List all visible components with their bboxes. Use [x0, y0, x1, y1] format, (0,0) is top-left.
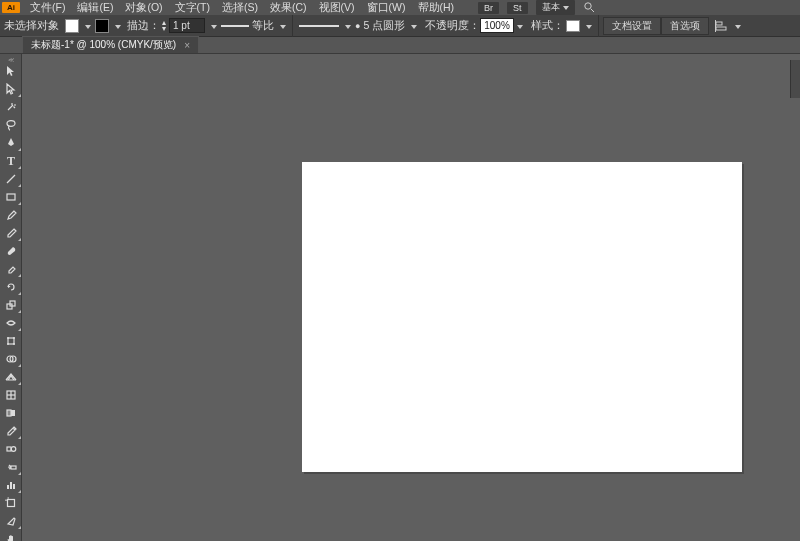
svg-rect-23 — [7, 447, 11, 451]
svg-rect-2 — [716, 22, 722, 25]
svg-point-6 — [10, 142, 12, 144]
lasso-tool[interactable] — [0, 116, 22, 134]
svg-point-15 — [13, 343, 15, 345]
align-dropdown[interactable] — [713, 20, 743, 32]
menu-bar: Ai 文件(F) 编辑(E) 对象(O) 文字(T) 选择(S) 效果(C) 视… — [0, 0, 800, 15]
bridge-button[interactable]: Br — [478, 2, 499, 14]
menu-effect[interactable]: 效果(C) — [264, 0, 313, 15]
perspective-grid-tool[interactable] — [0, 368, 22, 386]
pencil-tool[interactable] — [0, 224, 22, 242]
free-transform-tool[interactable] — [0, 332, 22, 350]
stroke-weight-label: 描边： — [127, 19, 160, 33]
graphic-style-dropdown[interactable] — [564, 20, 594, 32]
magic-wand-tool[interactable] — [0, 98, 22, 116]
graphic-style-swatch-icon — [566, 20, 580, 32]
svg-rect-27 — [10, 482, 12, 489]
svg-point-14 — [7, 343, 9, 345]
selection-tool[interactable] — [0, 62, 22, 80]
opacity-label: 不透明度： — [425, 19, 480, 33]
stroke-weight-input[interactable] — [169, 18, 205, 33]
menu-right-group: Br St 基本 — [478, 0, 595, 15]
brush-preview-dropdown[interactable] — [297, 20, 353, 32]
canvas-area[interactable] — [22, 54, 800, 541]
slice-tool[interactable] — [0, 512, 22, 530]
tools-panel: ≪ T ⇄ — [0, 54, 22, 541]
direct-selection-tool[interactable] — [0, 80, 22, 98]
svg-line-1 — [591, 9, 594, 12]
column-graph-tool[interactable] — [0, 476, 22, 494]
svg-rect-25 — [11, 466, 16, 469]
menu-select[interactable]: 选择(S) — [216, 0, 264, 15]
stroke-profile-dropdown[interactable]: 等比 — [219, 19, 288, 33]
svg-rect-28 — [13, 484, 15, 489]
svg-point-12 — [7, 337, 9, 339]
preferences-button[interactable]: 首选项 — [661, 17, 709, 35]
svg-line-7 — [7, 175, 15, 183]
svg-rect-11 — [8, 338, 14, 344]
blob-brush-tool[interactable] — [0, 242, 22, 260]
brush-stroke-preview-icon — [299, 25, 339, 27]
stroke-profile-preview-icon — [221, 25, 249, 27]
search-icon[interactable] — [583, 1, 595, 15]
scale-tool[interactable] — [0, 296, 22, 314]
hand-tool[interactable] — [0, 530, 22, 541]
app-logo-icon: Ai — [2, 2, 20, 13]
graphic-style-label: 样式： — [531, 19, 564, 33]
document-tab[interactable]: 未标题-1* @ 100% (CMYK/预览) × — [22, 36, 199, 53]
eyedropper-tool[interactable] — [0, 422, 22, 440]
document-tab-bar: 未标题-1* @ 100% (CMYK/预览) × — [0, 37, 800, 54]
gradient-tool[interactable] — [0, 404, 22, 422]
document-tab-title: 未标题-1* @ 100% (CMYK/预览) — [31, 38, 176, 52]
control-bar: 未选择对象 描边： ▴▾ 等比 ● 5 点圆形 不透明度： 样式： 文档设置 首… — [0, 15, 800, 37]
opacity-input[interactable] — [480, 18, 514, 33]
svg-rect-22 — [7, 410, 11, 416]
align-icon — [715, 20, 729, 32]
menu-view[interactable]: 视图(V) — [313, 0, 361, 15]
menu-help[interactable]: 帮助(H) — [412, 0, 461, 15]
stroke-swatch-icon — [95, 19, 109, 33]
svg-rect-3 — [716, 27, 726, 30]
symbol-sprayer-tool[interactable] — [0, 458, 22, 476]
document-setup-button[interactable]: 文档设置 — [603, 17, 661, 35]
menu-file[interactable]: 文件(F) — [24, 0, 71, 15]
svg-point-5 — [7, 121, 15, 127]
svg-rect-8 — [7, 194, 15, 200]
workspace-switcher[interactable]: 基本 — [536, 0, 575, 15]
artboard-tool[interactable] — [0, 494, 22, 512]
collapsed-panel-tab[interactable] — [790, 60, 800, 98]
fill-swatch-icon — [65, 19, 79, 33]
stock-button[interactable]: St — [507, 2, 528, 14]
artboard[interactable] — [302, 162, 742, 472]
shape-builder-tool[interactable] — [0, 350, 22, 368]
menu-object[interactable]: 对象(O) — [119, 0, 168, 15]
stroke-dropdown[interactable] — [93, 19, 123, 33]
svg-rect-26 — [7, 485, 9, 489]
svg-rect-29 — [8, 500, 15, 507]
width-tool[interactable] — [0, 314, 22, 332]
eraser-tool[interactable] — [0, 260, 22, 278]
fill-dropdown[interactable] — [63, 19, 93, 33]
menu-type[interactable]: 文字(T) — [169, 0, 216, 15]
brush-definition-dropdown[interactable]: ● 5 点圆形 — [353, 19, 419, 33]
menu-edit[interactable]: 编辑(E) — [71, 0, 119, 15]
stroke-weight-stepper[interactable]: ▴▾ — [160, 18, 219, 33]
selection-status-label: 未选择对象 — [0, 19, 63, 33]
type-tool[interactable]: T — [0, 152, 22, 170]
blend-tool[interactable] — [0, 440, 22, 458]
paintbrush-tool[interactable] — [0, 206, 22, 224]
close-tab-icon[interactable]: × — [184, 40, 190, 51]
line-segment-tool[interactable] — [0, 170, 22, 188]
svg-point-13 — [13, 337, 15, 339]
svg-point-0 — [584, 2, 590, 8]
menu-window[interactable]: 窗口(W) — [361, 0, 412, 15]
brush-definition-label: 5 点圆形 — [363, 19, 405, 33]
opacity-dropdown-caret[interactable] — [514, 20, 523, 32]
rectangle-tool[interactable] — [0, 188, 22, 206]
svg-point-24 — [11, 447, 16, 452]
stroke-profile-label: 等比 — [252, 19, 274, 33]
mesh-tool[interactable] — [0, 386, 22, 404]
rotate-tool[interactable] — [0, 278, 22, 296]
pen-tool[interactable] — [0, 134, 22, 152]
